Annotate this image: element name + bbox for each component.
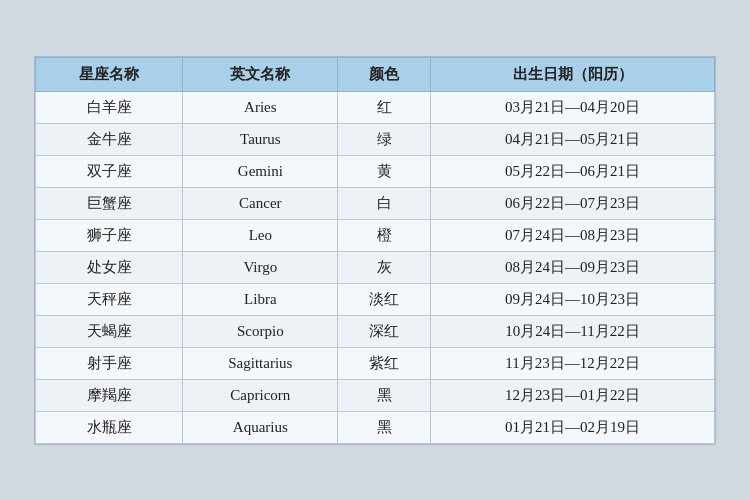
cell-english-name: Scorpio — [183, 315, 338, 347]
cell-english-name: Sagittarius — [183, 347, 338, 379]
cell-english-name: Gemini — [183, 155, 338, 187]
header-chinese-name: 星座名称 — [36, 57, 183, 91]
cell-dates: 03月21日—04月20日 — [431, 91, 715, 123]
table-row: 金牛座Taurus绿04月21日—05月21日 — [36, 123, 715, 155]
cell-color: 绿 — [338, 123, 431, 155]
table-row: 水瓶座Aquarius黑01月21日—02月19日 — [36, 411, 715, 443]
table-row: 狮子座Leo橙07月24日—08月23日 — [36, 219, 715, 251]
cell-english-name: Cancer — [183, 187, 338, 219]
table-row: 天蝎座Scorpio深红10月24日—11月22日 — [36, 315, 715, 347]
header-english-name: 英文名称 — [183, 57, 338, 91]
zodiac-table-container: 星座名称 英文名称 颜色 出生日期（阳历） 白羊座Aries红03月21日—04… — [34, 56, 716, 445]
cell-color: 灰 — [338, 251, 431, 283]
zodiac-table: 星座名称 英文名称 颜色 出生日期（阳历） 白羊座Aries红03月21日—04… — [35, 57, 715, 444]
table-row: 白羊座Aries红03月21日—04月20日 — [36, 91, 715, 123]
table-row: 摩羯座Capricorn黑12月23日—01月22日 — [36, 379, 715, 411]
cell-dates: 05月22日—06月21日 — [431, 155, 715, 187]
cell-dates: 06月22日—07月23日 — [431, 187, 715, 219]
table-row: 天秤座Libra淡红09月24日—10月23日 — [36, 283, 715, 315]
cell-chinese-name: 处女座 — [36, 251, 183, 283]
cell-chinese-name: 天蝎座 — [36, 315, 183, 347]
table-row: 双子座Gemini黄05月22日—06月21日 — [36, 155, 715, 187]
table-header-row: 星座名称 英文名称 颜色 出生日期（阳历） — [36, 57, 715, 91]
cell-color: 黑 — [338, 379, 431, 411]
cell-dates: 08月24日—09月23日 — [431, 251, 715, 283]
cell-dates: 12月23日—01月22日 — [431, 379, 715, 411]
cell-english-name: Aries — [183, 91, 338, 123]
cell-chinese-name: 巨蟹座 — [36, 187, 183, 219]
table-row: 处女座Virgo灰08月24日—09月23日 — [36, 251, 715, 283]
header-color: 颜色 — [338, 57, 431, 91]
cell-dates: 01月21日—02月19日 — [431, 411, 715, 443]
cell-english-name: Libra — [183, 283, 338, 315]
cell-chinese-name: 天秤座 — [36, 283, 183, 315]
cell-english-name: Taurus — [183, 123, 338, 155]
cell-color: 紫红 — [338, 347, 431, 379]
cell-chinese-name: 水瓶座 — [36, 411, 183, 443]
cell-dates: 07月24日—08月23日 — [431, 219, 715, 251]
cell-dates: 09月24日—10月23日 — [431, 283, 715, 315]
cell-english-name: Capricorn — [183, 379, 338, 411]
cell-chinese-name: 摩羯座 — [36, 379, 183, 411]
table-row: 射手座Sagittarius紫红11月23日—12月22日 — [36, 347, 715, 379]
cell-english-name: Virgo — [183, 251, 338, 283]
cell-dates: 10月24日—11月22日 — [431, 315, 715, 347]
cell-english-name: Aquarius — [183, 411, 338, 443]
cell-dates: 11月23日—12月22日 — [431, 347, 715, 379]
cell-color: 淡红 — [338, 283, 431, 315]
cell-dates: 04月21日—05月21日 — [431, 123, 715, 155]
table-body: 白羊座Aries红03月21日—04月20日金牛座Taurus绿04月21日—0… — [36, 91, 715, 443]
cell-chinese-name: 射手座 — [36, 347, 183, 379]
cell-chinese-name: 狮子座 — [36, 219, 183, 251]
cell-color: 深红 — [338, 315, 431, 347]
table-row: 巨蟹座Cancer白06月22日—07月23日 — [36, 187, 715, 219]
cell-color: 橙 — [338, 219, 431, 251]
cell-color: 黄 — [338, 155, 431, 187]
cell-chinese-name: 金牛座 — [36, 123, 183, 155]
cell-chinese-name: 白羊座 — [36, 91, 183, 123]
cell-english-name: Leo — [183, 219, 338, 251]
cell-color: 红 — [338, 91, 431, 123]
cell-color: 黑 — [338, 411, 431, 443]
cell-color: 白 — [338, 187, 431, 219]
cell-chinese-name: 双子座 — [36, 155, 183, 187]
header-dates: 出生日期（阳历） — [431, 57, 715, 91]
